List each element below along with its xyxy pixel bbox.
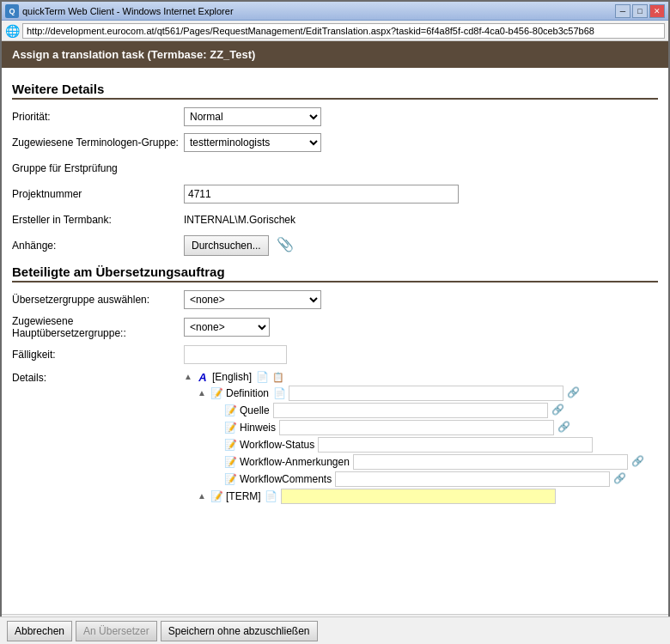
ersteller-label: Ersteller in Termbank: <box>12 214 184 226</box>
quelle-text: Quelle <box>240 404 270 416</box>
doc-icon-quelle: 📝 <box>223 404 237 417</box>
doc-icon-english: 📄 <box>255 370 269 384</box>
wf-comments-text: WorkflowComments <box>240 473 332 485</box>
ersteller-value: INTERNAL\M.Gorischek <box>184 214 295 226</box>
hauptuebersetzer-control: <none> <box>184 318 658 337</box>
uebersetzergruppe-select[interactable]: <none> <box>184 290 321 309</box>
tree-row-quelle: 📝 Quelle 🔗 <box>184 403 658 418</box>
expand-hinweis <box>211 422 222 433</box>
bottom-bar: Abbrechen An Übersetzer Speichern ohne a… <box>0 617 670 644</box>
link-icon-wf-anmerkungen: 🔗 <box>631 455 645 469</box>
address-input[interactable] <box>22 23 665 39</box>
hauptuebersetzer-label: Zugewiesene Hauptübersetzergruppe:: <box>12 315 184 339</box>
clip-icon: 📎 <box>277 237 294 252</box>
maximize-button[interactable]: □ <box>632 4 648 18</box>
speichern-button[interactable]: Speichern ohne abzuschließen <box>161 621 318 641</box>
expand-wf-status <box>211 440 222 450</box>
tree-left-wf-anmerkungen: 📝 Workflow-Anmerkungen <box>211 455 353 469</box>
tree-row-hinweis: 📝 Hinweis 🔗 <box>184 420 658 435</box>
prioritat-control: Normal Hoch Niedrig <box>184 107 658 126</box>
extra-doc-definition: 📄 <box>272 386 286 400</box>
wf-anmerkungen-text: Workflow-Anmerkungen <box>240 456 350 468</box>
doc-icon-hinweis: 📝 <box>223 421 237 434</box>
zugewiesene-control: testterminologists <box>184 133 658 152</box>
abbrechen-button[interactable]: Abbrechen <box>7 621 72 641</box>
uebersetzergruppe-row: Übersetzergruppe auswählen: <none> <box>12 289 658 310</box>
hauptuebersetzer-row: Zugewiesene Hauptübersetzergruppe:: <non… <box>12 315 658 339</box>
section1-title: Weitere Details <box>12 82 658 100</box>
faelligkeit-row: Fälligkeit: <box>12 344 658 365</box>
hinweis-text: Hinweis <box>240 422 276 434</box>
term-input[interactable] <box>281 489 556 504</box>
tree-left-english: ▲ A [English] 📄 📋 <box>184 370 288 384</box>
expand-arrow-english[interactable]: ▲ <box>184 372 194 382</box>
expand-arrow-definition[interactable]: ▲ <box>198 388 208 398</box>
tree-left-definition: ▲ 📝 Definition 📄 <box>198 386 289 400</box>
section2-title: Beteiligte am Übersetzungsauftrag <box>12 264 658 283</box>
browse-button[interactable]: Durchsuchen... <box>184 235 269 256</box>
gruppe-label: Gruppe für Erstprüfung <box>12 162 184 174</box>
term-text: [TERM] <box>226 490 261 502</box>
minimize-button[interactable]: ─ <box>615 4 630 18</box>
uebersetzergruppe-label: Übersetzergruppe auswählen: <box>12 294 184 306</box>
wf-status-input[interactable] <box>318 437 593 453</box>
uebersetzergruppe-control: <none> <box>184 290 658 309</box>
prioritat-label: Priorität: <box>12 111 184 123</box>
hinweis-input[interactable] <box>279 420 554 435</box>
faelligkeit-control <box>184 345 658 364</box>
prioritat-row: Priorität: Normal Hoch Niedrig <box>12 106 658 127</box>
tree-left-quelle: 📝 Quelle <box>211 404 273 417</box>
ersteller-control: INTERNAL\M.Gorischek <box>184 214 658 226</box>
projektnummer-input[interactable] <box>184 185 459 204</box>
browser-icon: 🌐 <box>5 24 19 38</box>
anhaenge-row: Anhänge: Durchsuchen... 📎 <box>12 235 658 256</box>
english-text: [English] <box>212 371 252 383</box>
tree-left-hinweis: 📝 Hinweis <box>211 421 279 434</box>
title-bar: Q quickTerm Web Client - Windows Interne… <box>2 2 668 21</box>
tree-left-term: ▲ 📝 [TERM] 📄 <box>198 489 281 503</box>
bottom-buttons: Abbrechen An Übersetzer Speichern ohne a… <box>0 621 670 641</box>
zugewiesene-row: Zugewiesene Terminologen-Gruppe: testter… <box>12 132 658 153</box>
details-label: Details: <box>12 370 184 384</box>
expand-arrow-term[interactable]: ▲ <box>198 491 208 501</box>
tree-row-wf-comments: 📝 WorkflowComments 🔗 <box>184 471 658 487</box>
page-header: Assign a translation task (Termbase: ZZ_… <box>2 41 668 68</box>
doc-icon-definition: 📝 <box>210 386 223 400</box>
link-icon-definition: 🔗 <box>567 386 581 400</box>
link-icon-hinweis: 🔗 <box>557 421 571 434</box>
quelle-input[interactable] <box>273 403 548 418</box>
hauptuebersetzer-select[interactable]: <none> <box>184 318 270 337</box>
title-bar-controls: ─ □ ✕ <box>615 4 665 18</box>
expand-wf-comments <box>211 474 222 484</box>
prioritat-select[interactable]: Normal Hoch Niedrig <box>184 107 321 126</box>
address-bar: 🌐 <box>2 21 668 41</box>
zugewiesene-label: Zugewiesene Terminologen-Gruppe: <box>12 137 184 149</box>
projektnummer-label: Projektnummer <box>12 188 184 200</box>
doc-icon-wf-anmerkungen: 📝 <box>223 455 237 469</box>
wf-anmerkungen-input[interactable] <box>353 454 628 470</box>
link-icon-wf-comments: 🔗 <box>613 472 627 486</box>
letter-a-icon: A <box>196 370 210 384</box>
faelligkeit-input[interactable] <box>184 345 287 364</box>
an-uebersetzer-button[interactable]: An Übersetzer <box>76 621 157 641</box>
extra-doc-term: 📄 <box>265 489 278 503</box>
tree-row-english: ▲ A [English] 📄 📋 <box>184 370 658 384</box>
definition-text: Definition <box>226 387 269 399</box>
expand-quelle <box>211 405 222 416</box>
gruppe-row: Gruppe für Erstprüfung <box>12 158 658 179</box>
faelligkeit-label: Fälligkeit: <box>12 349 184 361</box>
zugewiesene-select[interactable]: testterminologists <box>184 133 321 152</box>
definition-input[interactable] <box>289 386 563 401</box>
close-button[interactable]: ✕ <box>649 4 665 18</box>
term-doc-icon: 📝 <box>210 489 223 503</box>
tree-row-workflow-status: 📝 Workflow-Status <box>184 437 658 453</box>
details-area: Details: ▲ A [English] 📄 📋 ▲ 📝 Definitio… <box>12 370 658 506</box>
projektnummer-row: Projektnummer <box>12 184 658 204</box>
ersteller-row: Ersteller in Termbank: INTERNAL\M.Gorisc… <box>12 210 658 230</box>
header-title: Assign a translation task (Termbase: ZZ_… <box>12 48 255 61</box>
doc-icon-wf-status: 📝 <box>223 438 237 452</box>
wf-comments-input[interactable] <box>335 471 610 487</box>
app-icon: Q <box>5 4 19 18</box>
projektnummer-control <box>184 185 658 204</box>
tree-row-wf-anmerkungen: 📝 Workflow-Anmerkungen 🔗 <box>184 454 658 470</box>
